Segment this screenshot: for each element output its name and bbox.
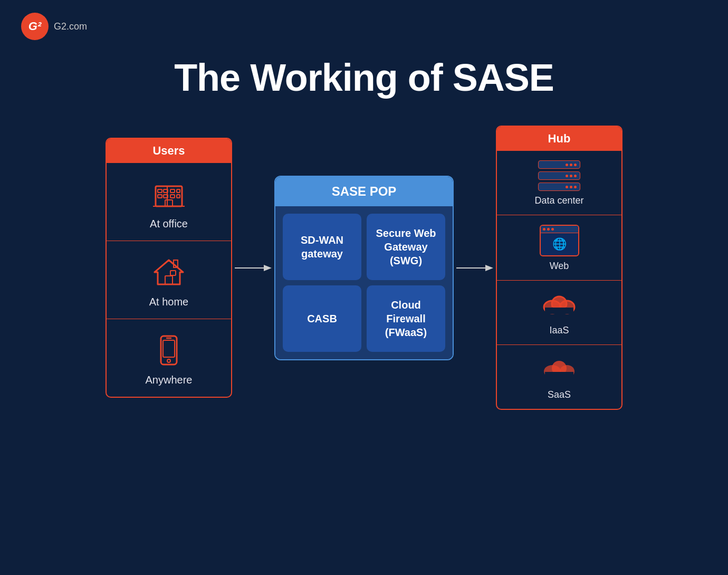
users-panel: Users At office xyxy=(106,138,232,398)
home-label: At home xyxy=(149,296,188,308)
svg-rect-17 xyxy=(163,340,175,357)
svg-marker-12 xyxy=(155,260,183,284)
hub-panel: Hub Data center xyxy=(496,126,622,410)
office-label: At office xyxy=(150,218,188,230)
hub-row-iaas: IaaS xyxy=(497,281,621,345)
hub-header: Hub xyxy=(497,127,621,151)
arrow-users-to-sase xyxy=(232,260,274,276)
home-icon xyxy=(150,254,187,291)
datacenter-icon xyxy=(538,160,580,191)
sase-cell-fwaas: Cloud Firewall (FWaaS) xyxy=(367,285,445,352)
users-panel-header: Users xyxy=(107,139,231,163)
svg-rect-2 xyxy=(158,189,162,193)
user-row-home: At home xyxy=(107,241,231,319)
header: G² G2.com xyxy=(0,0,728,40)
iaas-cloud-icon xyxy=(541,290,578,321)
mobile-icon xyxy=(150,332,187,369)
svg-rect-7 xyxy=(177,189,180,193)
web-icon: 🌐 xyxy=(540,225,579,256)
iaas-label: IaaS xyxy=(549,325,569,336)
page-title: The Working of SASE xyxy=(174,56,554,99)
arrow-sase-to-hub xyxy=(454,260,496,276)
sase-grid: SD-WAN gateway Secure Web Gateway (SWG) … xyxy=(275,206,453,359)
saas-cloud-icon xyxy=(541,354,578,385)
user-row-office: At office xyxy=(107,163,231,241)
svg-rect-8 xyxy=(170,195,175,198)
sase-cell-casb: CASB xyxy=(283,285,361,352)
sase-pop-panel: SASE POP SD-WAN gateway Secure Web Gatew… xyxy=(274,176,454,360)
user-row-anywhere: Anywhere xyxy=(107,319,231,397)
sase-cell-swg: Secure Web Gateway (SWG) xyxy=(367,214,445,280)
svg-rect-10 xyxy=(165,200,173,206)
logo-icon: G² xyxy=(21,13,49,40)
sase-header: SASE POP xyxy=(275,177,453,206)
svg-rect-6 xyxy=(170,189,175,193)
saas-label: SaaS xyxy=(548,389,571,400)
svg-marker-21 xyxy=(264,265,272,271)
hub-row-web: 🌐 Web xyxy=(497,215,621,281)
svg-rect-13 xyxy=(165,276,173,284)
svg-rect-9 xyxy=(177,195,180,198)
web-label: Web xyxy=(550,261,569,272)
svg-rect-32 xyxy=(545,308,573,314)
svg-rect-14 xyxy=(170,271,176,275)
hub-row-datacenter: Data center xyxy=(497,151,621,215)
sase-diagram: Users At office xyxy=(0,126,728,410)
svg-marker-23 xyxy=(485,265,493,271)
logo-text: G2.com xyxy=(54,21,87,32)
svg-rect-36 xyxy=(545,372,573,378)
svg-point-18 xyxy=(167,359,170,362)
svg-rect-4 xyxy=(158,195,162,198)
hub-row-saas: SaaS xyxy=(497,345,621,409)
anywhere-label: Anywhere xyxy=(146,374,193,386)
datacenter-label: Data center xyxy=(534,195,583,206)
office-icon xyxy=(150,176,187,213)
sase-cell-sdwan: SD-WAN gateway xyxy=(283,214,361,280)
